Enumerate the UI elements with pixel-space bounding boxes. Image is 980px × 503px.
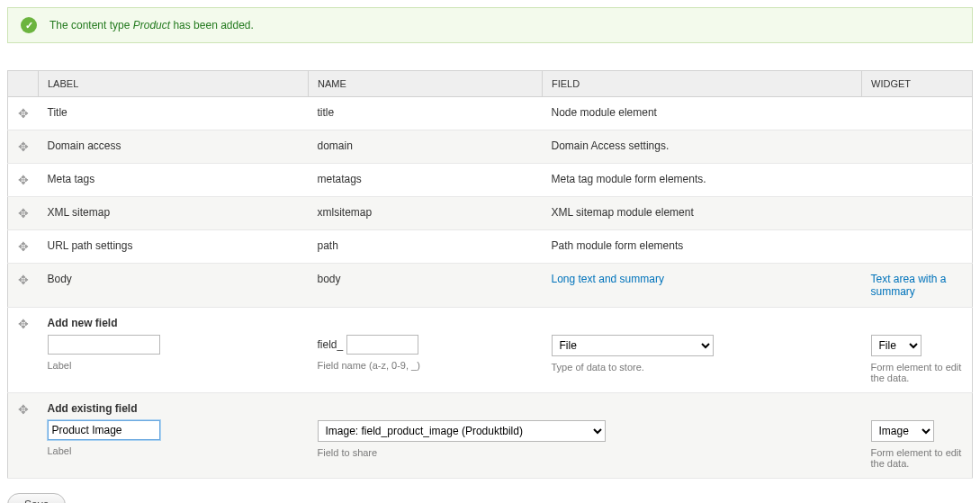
col-label: LABEL: [39, 71, 309, 97]
drag-handle-icon[interactable]: ✥: [18, 206, 29, 220]
col-drag: [8, 71, 39, 97]
row-field: Meta tag module form elements.: [543, 164, 862, 197]
existing-field-label-input[interactable]: [48, 420, 160, 440]
row-name: path: [309, 230, 543, 264]
save-button[interactable]: Save: [7, 493, 66, 503]
widget-type-link[interactable]: Text area with a summary: [871, 273, 947, 298]
table-row-body: ✥ Body body Long text and summary Text a…: [8, 264, 973, 308]
row-name: domain: [309, 130, 543, 164]
drag-handle-icon[interactable]: ✥: [18, 173, 29, 187]
new-field-widget-select[interactable]: File: [871, 335, 922, 356]
row-name: xmlsitemap: [309, 197, 543, 230]
status-message: ✓ The content type Product has been adde…: [7, 7, 973, 43]
table-row: ✥ XML sitemap xmlsitemap XML sitemap mod…: [8, 197, 973, 230]
row-label: Body: [39, 264, 309, 308]
drag-handle-icon[interactable]: ✥: [18, 139, 29, 154]
existing-field-share-help: Field to share: [318, 447, 853, 458]
row-name: title: [309, 97, 543, 130]
drag-handle-icon[interactable]: ✥: [18, 317, 29, 331]
drag-handle-icon[interactable]: ✥: [18, 106, 29, 121]
drag-handle-icon[interactable]: ✥: [18, 239, 29, 254]
row-field: Domain Access settings.: [543, 130, 862, 164]
existing-field-widget-help: Form element to edit the data.: [871, 447, 964, 469]
new-field-label-input[interactable]: [48, 335, 160, 355]
existing-field-widget-select[interactable]: Image: [871, 420, 934, 442]
add-existing-field-row: ✥ Add existing field Label Image: field_…: [8, 393, 973, 479]
new-field-name-help: Field name (a-z, 0-9, _): [318, 360, 534, 371]
col-name: NAME: [309, 71, 543, 97]
table-header-row: LABEL NAME FIELD WIDGET: [8, 71, 973, 97]
add-new-field-row: ✥ Add new field Label field_ Field name …: [8, 308, 973, 393]
table-row: ✥ Domain access domain Domain Access set…: [8, 130, 973, 164]
existing-field-label-help: Label: [48, 445, 300, 456]
existing-field-share-select[interactable]: Image: field_product_image (Produktbild): [318, 420, 606, 442]
new-field-widget-help: Form element to edit the data.: [871, 362, 964, 383]
col-widget: WIDGET: [862, 71, 973, 97]
row-widget: [862, 230, 973, 264]
new-field-name-prefix: field_: [318, 338, 344, 351]
table-row: ✥ Title title Node module element: [8, 97, 973, 130]
row-label: Meta tags: [39, 164, 309, 197]
new-field-type-select[interactable]: File: [552, 335, 714, 356]
row-widget: [862, 130, 973, 164]
status-text: The content type Product has been added.: [49, 19, 254, 31]
table-row: ✥ URL path settings path Path module for…: [8, 230, 973, 264]
row-label: Domain access: [39, 130, 309, 164]
drag-handle-icon[interactable]: ✥: [18, 273, 29, 287]
row-field: XML sitemap module element: [543, 197, 862, 230]
row-label: Title: [39, 97, 309, 130]
row-widget: [862, 197, 973, 230]
new-field-name-input[interactable]: [346, 335, 418, 355]
col-field: FIELD: [543, 71, 862, 97]
add-existing-heading: Add existing field: [48, 402, 300, 415]
status-prefix: The content type: [49, 19, 133, 31]
table-row: ✥ Meta tags metatags Meta tag module for…: [8, 164, 973, 197]
status-suffix: has been added.: [170, 19, 254, 31]
field-type-link[interactable]: Long text and summary: [552, 273, 664, 285]
fields-table: LABEL NAME FIELD WIDGET ✥ Title title No…: [7, 70, 973, 479]
row-widget: [862, 164, 973, 197]
add-new-heading: Add new field: [48, 317, 300, 329]
row-name: metatags: [309, 164, 543, 197]
row-name: body: [309, 264, 543, 308]
row-label: XML sitemap: [39, 197, 309, 230]
row-label: URL path settings: [39, 230, 309, 264]
success-check-icon: ✓: [21, 17, 37, 33]
row-widget: [862, 97, 973, 130]
new-field-label-help: Label: [48, 360, 300, 371]
row-field: Path module form elements: [543, 230, 862, 264]
drag-handle-icon[interactable]: ✥: [18, 402, 29, 417]
new-field-type-help: Type of data to store.: [552, 362, 853, 373]
status-type-name: Product: [133, 19, 170, 31]
row-field: Node module element: [543, 97, 862, 130]
